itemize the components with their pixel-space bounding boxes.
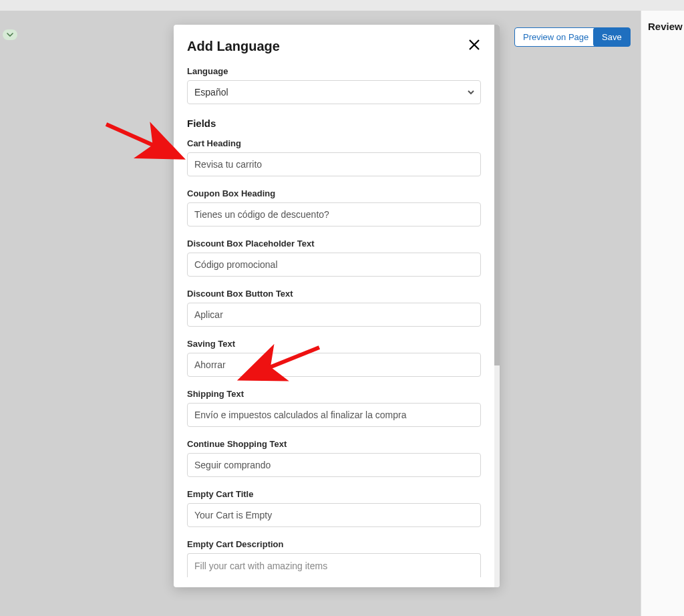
chevron-down-icon bbox=[7, 29, 13, 41]
top-stripe bbox=[0, 0, 684, 11]
close-icon[interactable] bbox=[468, 38, 481, 54]
field-label-shipping-text: Shipping Text bbox=[187, 389, 481, 399]
fields-heading: Fields bbox=[187, 118, 481, 129]
discount-button-text-input[interactable] bbox=[187, 303, 481, 327]
language-select[interactable]: Español bbox=[187, 80, 481, 104]
field-label-coupon-box-heading: Coupon Box Heading bbox=[187, 188, 481, 198]
save-button[interactable]: Save bbox=[593, 27, 631, 47]
field-label-discount-placeholder: Discount Box Placeholder Text bbox=[187, 239, 481, 249]
modal-content: Add Language Language Español Fields Car… bbox=[174, 25, 494, 587]
field-label-cart-heading: Cart Heading bbox=[187, 138, 481, 148]
continue-shopping-input[interactable] bbox=[187, 453, 481, 477]
empty-cart-description-input[interactable] bbox=[187, 553, 481, 577]
discount-placeholder-input[interactable] bbox=[187, 253, 481, 277]
empty-cart-title-input[interactable] bbox=[187, 503, 481, 527]
modal-title: Add Language bbox=[187, 39, 280, 54]
language-label: Language bbox=[187, 66, 481, 76]
field-label-continue-shopping: Continue Shopping Text bbox=[187, 439, 481, 449]
cart-heading-input[interactable] bbox=[187, 152, 481, 176]
saving-text-input[interactable] bbox=[187, 353, 481, 377]
coupon-box-heading-input[interactable] bbox=[187, 202, 481, 226]
field-label-saving-text: Saving Text bbox=[187, 339, 481, 349]
right-panel-title: Review bbox=[648, 21, 683, 32]
shipping-text-input[interactable] bbox=[187, 403, 481, 427]
modal-scrollbar-thumb[interactable] bbox=[494, 25, 500, 365]
preview-on-page-button[interactable]: Preview on Page bbox=[514, 27, 597, 47]
right-panel: Review bbox=[641, 11, 684, 616]
add-language-modal: Add Language Language Español Fields Car… bbox=[174, 25, 500, 587]
field-label-empty-cart-title: Empty Cart Title bbox=[187, 489, 481, 499]
field-label-discount-button-text: Discount Box Button Text bbox=[187, 289, 481, 299]
field-label-empty-cart-description: Empty Cart Description bbox=[187, 539, 481, 549]
collapse-toggle[interactable] bbox=[3, 29, 17, 40]
